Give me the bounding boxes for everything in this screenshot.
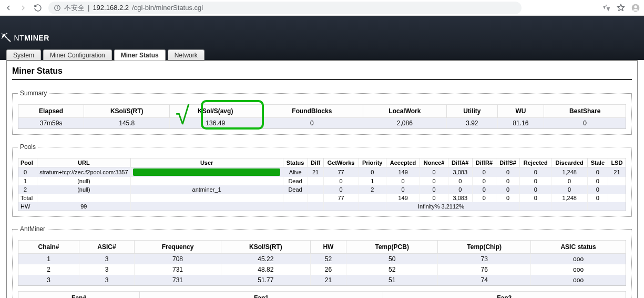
pool-hw-row: HW99Infinity% 3.2112% (18, 202, 626, 211)
url-host: 192.168.2.2 (93, 4, 129, 12)
header-band: ⛏ NTMINER (0, 16, 644, 46)
info-icon (54, 4, 61, 12)
chain-row: 2373148.82265276ooo (18, 264, 626, 275)
pools-legend: Pools (18, 143, 38, 151)
summary-legend: Summary (18, 90, 49, 97)
omnibox[interactable]: 不安全 | 192.168.2.2/cgi-bin/minerStatus.cg… (48, 2, 522, 14)
col-localwork: LocalWork (363, 105, 447, 118)
back-icon[interactable] (4, 4, 13, 12)
brand-logo-icon: ⛏ (1, 33, 12, 43)
pools-table: Pool URL User Status Diff GetWorks Prior… (18, 158, 626, 211)
col-utility: Utility (447, 105, 497, 118)
profile-icon[interactable] (631, 4, 640, 12)
col-ksol-rt: KSol/S(RT) (84, 105, 170, 118)
pool-row: 0stratum+tcp://zec.f2pool.com:3357Alive2… (18, 167, 626, 177)
tab-network[interactable]: Network (168, 49, 205, 61)
summary-table: Elapsed KSol/S(RT) KSol/S(avg) FoundBloc… (18, 104, 626, 129)
translate-icon[interactable] (602, 4, 610, 12)
pool-total-row: Total7714903,0830001,2480 (18, 194, 626, 202)
col-ksol-avg: KSol/S(avg) (170, 105, 261, 118)
chain-row: 1370845.22525073ooo (18, 254, 626, 265)
col-wu: WU (497, 105, 544, 118)
fan-table: Fan# Fan1 Fan2 Speed (r/min) 4,320 4,320 (18, 291, 626, 298)
chain-row: 3373151.77215174ooo (18, 275, 626, 286)
page-divider (12, 79, 632, 80)
url-path: /cgi-bin/minerStatus.cgi (132, 4, 203, 12)
tabs-row: System Miner Configuration Miner Status … (0, 46, 644, 60)
col-bestshare: BestShare (544, 105, 626, 118)
tab-miner-configuration[interactable]: Miner Configuration (43, 49, 112, 61)
star-icon[interactable] (617, 4, 625, 12)
svg-point-4 (634, 5, 637, 8)
browser-toolbar: 不安全 | 192.168.2.2/cgi-bin/minerStatus.cg… (0, 0, 644, 16)
insecure-label: 不安全 (64, 3, 85, 13)
col-foundblocks: FoundBlocks (261, 105, 363, 118)
antminer-fieldset: AntMiner Chain# ASIC# Frequency KSol/S(R… (12, 225, 632, 298)
col-elapsed: Elapsed (18, 105, 84, 118)
summary-fieldset: Summary Elapsed KSol/S(RT) KSol/S(avg) F… (12, 90, 632, 135)
forward-icon[interactable] (19, 4, 27, 12)
page-title: Miner Status (12, 66, 632, 76)
brand: ⛏ NTMINER (1, 33, 49, 43)
svg-point-2 (57, 6, 58, 6)
summary-row: 37m59s 145.8 136.49 0 2,086 3.92 81.16 0 (18, 118, 626, 129)
pool-row: 2(null)antminer_1Dead0200000000 (18, 185, 626, 194)
content: Miner Status Summary Elapsed KSol/S(RT) … (6, 60, 638, 298)
tab-miner-status[interactable]: Miner Status (114, 49, 166, 61)
antminer-legend: AntMiner (18, 225, 47, 233)
pool-row: 1(null)Dead0100000000 (18, 177, 626, 185)
user-redacted (133, 168, 280, 176)
pools-fieldset: Pools Pool URL User Status Diff GetWorks… (12, 143, 632, 217)
reload-icon[interactable] (34, 4, 42, 12)
tab-system[interactable]: System (6, 49, 41, 61)
antminer-table: Chain# ASIC# Frequency KSol/S(RT) HW Tem… (18, 240, 626, 286)
